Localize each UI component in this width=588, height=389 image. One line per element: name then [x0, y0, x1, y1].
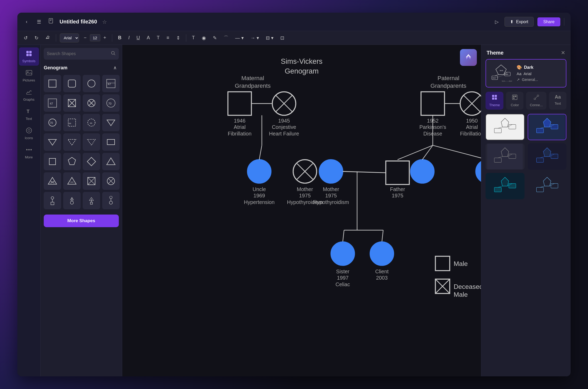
menu-button[interactable]: ☰	[35, 18, 43, 26]
theme-thumb-dark-outline[interactable]	[528, 173, 567, 199]
shape-cell-number-70[interactable]: 70	[102, 94, 120, 112]
title-bar: ‹ ☰ Untitled file260 ☆ ▷ ⬆ Export Share	[17, 13, 571, 31]
sidebar-item-symbols[interactable]: Symbols	[19, 47, 39, 66]
graphs-icon	[26, 89, 32, 96]
border-style-button[interactable]: ⊟ ▾	[264, 34, 276, 42]
shape-cell-dashed-sq[interactable]: 88	[63, 114, 81, 131]
shape-cell-pentagon[interactable]	[63, 153, 81, 170]
shape-cell-diamond[interactable]	[83, 153, 100, 170]
theme-thumb-blue[interactable]	[528, 114, 567, 140]
shape-cell-x-square[interactable]	[63, 94, 81, 112]
sidebar-item-text[interactable]: T Text	[19, 105, 39, 123]
svg-rect-2	[50, 21, 51, 21]
font-size-decrease[interactable]: −	[82, 34, 89, 42]
play-button[interactable]: ▷	[493, 18, 501, 26]
tab-connector[interactable]: Conne...	[526, 92, 546, 110]
shape-cell-tri-hash[interactable]	[63, 172, 81, 190]
shape-cell-rect-sm[interactable]	[102, 133, 120, 151]
font-size-increase[interactable]: +	[101, 34, 109, 42]
shape-cell-triangle-down-dashed[interactable]	[63, 133, 81, 151]
canvas-area[interactable]: Sims-Vickers Genogram Maternal Grandpare…	[122, 45, 481, 376]
connector-button[interactable]: ⌒	[222, 34, 231, 42]
shape-cell-triangle-down[interactable]	[102, 114, 120, 131]
search-input[interactable]	[47, 51, 111, 56]
svg-text:Grandparents: Grandparents	[235, 82, 271, 89]
text-icon: T	[26, 108, 32, 116]
theme-thumb-light[interactable]	[486, 114, 525, 140]
star-icon[interactable]: ☆	[102, 19, 107, 25]
shape-cell-dashed-circle[interactable]: 88	[83, 114, 100, 131]
shape-cell-number-47[interactable]: 47	[102, 75, 120, 92]
theme-thumb-teal[interactable]	[486, 173, 525, 199]
shape-cell-plant3[interactable]	[83, 192, 100, 209]
svg-marker-49	[107, 158, 115, 165]
sidebar-item-icons[interactable]: Icons	[19, 124, 39, 143]
spacing-button[interactable]: ⇕	[174, 34, 182, 42]
shapes-section: Genogram ∧	[41, 63, 122, 376]
collapse-button[interactable]: ∧	[111, 64, 119, 72]
bucket-button[interactable]: ◉	[200, 34, 208, 42]
arrow-style-button[interactable]: → ▾	[248, 34, 261, 42]
shape-cell-x-circle[interactable]	[83, 94, 100, 112]
undo-button[interactable]: ↺	[22, 34, 30, 42]
svg-text:text: text	[500, 69, 503, 72]
shape-cell-sq-num[interactable]: 47	[44, 94, 61, 112]
italic-button[interactable]: I	[126, 34, 132, 42]
underline-button[interactable]: U	[134, 34, 142, 42]
shape-cell-plant1[interactable]	[44, 192, 61, 209]
shape-cell-square[interactable]	[44, 75, 61, 92]
shape-cell-plant2[interactable]	[63, 192, 81, 209]
pencil-button[interactable]: ✎	[211, 34, 219, 42]
redo-button[interactable]: ↻	[32, 34, 41, 42]
canvas-content: Sims-Vickers Genogram Maternal Grandpare…	[122, 45, 481, 376]
svg-text:70: 70	[108, 102, 111, 105]
svg-point-124	[319, 160, 343, 183]
svg-point-107	[411, 160, 434, 183]
tab-text[interactable]: Aa Text	[549, 92, 566, 110]
svg-point-64	[70, 201, 74, 204]
svg-point-16	[30, 149, 32, 150]
svg-point-133	[331, 242, 354, 265]
line-style-button[interactable]: — ▾	[233, 34, 246, 42]
tab-theme[interactable]: Theme	[486, 92, 503, 110]
tab-color-label: Color	[511, 103, 519, 107]
theme-thumb-darkblue[interactable]	[528, 143, 567, 170]
svg-text:Paternal: Paternal	[438, 75, 459, 81]
panel-tabs: Theme Color	[481, 92, 571, 110]
shape-cell-sq-x2[interactable]	[83, 172, 100, 190]
bold-button[interactable]: B	[116, 34, 124, 42]
export-button[interactable]: ⬆ Export	[504, 17, 534, 27]
shape-cell-rounded-square[interactable]	[63, 75, 81, 92]
shape-cell-tri-x[interactable]	[44, 172, 61, 190]
shape-cell-circle[interactable]	[83, 75, 100, 92]
font-color-button[interactable]: A	[145, 34, 152, 42]
crop-button[interactable]: ⊡	[278, 34, 286, 42]
left-sidebar: Symbols Pictures	[17, 45, 41, 376]
svg-text:1975: 1975	[299, 193, 311, 198]
svg-rect-196	[536, 158, 543, 162]
shape-cell-sq-med[interactable]	[44, 153, 61, 170]
share-button[interactable]: Share	[537, 17, 560, 26]
font-select[interactable]: Arial	[60, 33, 79, 42]
sidebar-item-pictures[interactable]: Pictures	[19, 67, 39, 85]
tab-color[interactable]: Color	[506, 92, 523, 110]
shape-cell-circle-x2[interactable]	[102, 172, 120, 190]
text-t-button[interactable]: T	[155, 34, 162, 42]
sidebar-item-more[interactable]: More	[19, 144, 39, 162]
svg-marker-42	[48, 139, 56, 145]
more-shapes-button[interactable]: More Shapes	[44, 215, 119, 227]
shape-cell-circle-num[interactable]: 70	[44, 114, 61, 131]
svg-text:Uncle: Uncle	[253, 186, 266, 192]
shape-cell-plant4[interactable]	[102, 192, 120, 209]
back-button[interactable]: ‹	[24, 18, 30, 26]
close-panel-button[interactable]: ✕	[561, 50, 565, 56]
eraser-button[interactable]	[43, 34, 52, 42]
svg-rect-165	[495, 95, 497, 97]
shape-cell-triangle-down-fill[interactable]	[44, 133, 61, 151]
shape-cell-triangle-up[interactable]	[102, 153, 120, 170]
align-button[interactable]: ≡	[164, 34, 172, 42]
text-box-button[interactable]: T	[190, 34, 197, 42]
sidebar-item-graphs[interactable]: Graphs	[19, 86, 39, 104]
shape-cell-triangle-down-dashed2[interactable]	[83, 133, 100, 151]
theme-thumb-darkgray[interactable]	[486, 143, 525, 170]
